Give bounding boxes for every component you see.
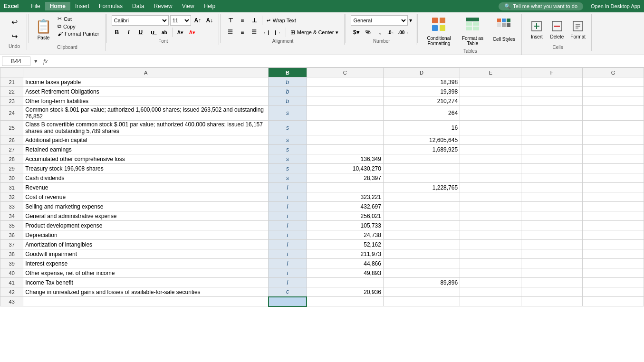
cell-c[interactable]: 10,430,270 <box>307 164 383 173</box>
open-desktop-btn[interactable]: Open in Desktop App <box>591 3 640 9</box>
font-color-button[interactable]: A▾ <box>187 27 197 38</box>
cell-d[interactable]: 16 <box>383 121 460 135</box>
cell-e[interactable] <box>460 287 521 297</box>
cell-e[interactable] <box>460 135 521 145</box>
cell-g[interactable] <box>582 121 644 135</box>
cell-b[interactable]: b <box>269 77 307 87</box>
bold-button[interactable]: B <box>112 27 122 38</box>
increase-font-button[interactable]: A↑ <box>192 15 203 26</box>
cell-a[interactable]: Depreciation <box>23 230 269 240</box>
cell-g[interactable] <box>582 211 644 221</box>
strikethrough-button[interactable]: ab <box>159 27 170 38</box>
cell-g[interactable] <box>582 106 644 121</box>
cell-d[interactable] <box>383 173 460 183</box>
cell-f[interactable] <box>521 183 583 192</box>
cell-a[interactable]: Other expense, net of other income <box>23 268 269 278</box>
cell-a[interactable]: Income taxes payable <box>23 77 269 87</box>
cell-a[interactable]: Product development expense <box>23 221 269 230</box>
cell-e[interactable] <box>460 164 521 173</box>
cell-b[interactable]: s <box>269 154 307 164</box>
cell-b[interactable]: i <box>269 240 307 249</box>
row-header[interactable]: 42 <box>0 287 23 297</box>
align-top-button[interactable]: ⊤ <box>225 15 236 26</box>
col-header-c[interactable]: C <box>307 68 383 77</box>
cell-c[interactable]: 28,397 <box>307 173 383 183</box>
cell-d[interactable]: 89,896 <box>383 278 460 287</box>
cell-g[interactable] <box>582 249 644 259</box>
row-header[interactable]: 25 <box>0 121 23 135</box>
align-left-button[interactable]: ☰ <box>225 27 236 38</box>
col-header-g[interactable]: G <box>582 68 644 77</box>
cell-f[interactable] <box>521 268 583 278</box>
cell-styles-button[interactable]: Cell Styles <box>490 15 518 44</box>
cell-e[interactable] <box>460 87 521 96</box>
cell-f[interactable] <box>521 87 583 96</box>
cell-e[interactable] <box>460 106 521 121</box>
row-header[interactable]: 37 <box>0 240 23 249</box>
cell-c[interactable] <box>307 278 383 287</box>
cell-b[interactable]: b <box>269 87 307 96</box>
cell-c[interactable]: 256,021 <box>307 211 383 221</box>
format-as-table-button[interactable]: Format as Table <box>459 15 486 48</box>
row-header[interactable]: 41 <box>0 278 23 287</box>
cell-f[interactable] <box>521 230 583 240</box>
align-right-button[interactable]: ☰ <box>249 27 260 38</box>
cell-b[interactable]: s <box>269 145 307 154</box>
cell-d[interactable]: 264 <box>383 106 460 121</box>
align-middle-button[interactable]: ≡ <box>237 15 248 26</box>
cell-g[interactable] <box>582 297 644 306</box>
cell-d[interactable] <box>383 202 460 211</box>
cell-g[interactable] <box>582 240 644 249</box>
cell-g[interactable] <box>582 96 644 106</box>
cell-d[interactable]: 18,398 <box>383 77 460 87</box>
row-header[interactable]: 43 <box>0 297 23 306</box>
cell-a[interactable]: Additional paid-in capital <box>23 135 269 145</box>
cell-f[interactable] <box>521 287 583 297</box>
comma-button[interactable]: , <box>375 27 385 38</box>
cell-b[interactable]: b <box>269 96 307 106</box>
cell-d[interactable]: 210,274 <box>383 96 460 106</box>
cell-c[interactable] <box>307 135 383 145</box>
cell-b[interactable]: i <box>269 192 307 202</box>
copy-button[interactable]: ⧉ Copy <box>56 23 101 30</box>
cell-g[interactable] <box>582 268 644 278</box>
row-header[interactable]: 27 <box>0 145 23 154</box>
menu-review[interactable]: Review <box>149 2 177 10</box>
menu-view[interactable]: View <box>177 2 199 10</box>
cell-e[interactable] <box>460 183 521 192</box>
row-header[interactable]: 32 <box>0 192 23 202</box>
cell-b[interactable]: i <box>269 221 307 230</box>
cell-c[interactable] <box>307 96 383 106</box>
cell-f[interactable] <box>521 164 583 173</box>
cell-c[interactable] <box>307 145 383 154</box>
cell-e[interactable] <box>460 192 521 202</box>
cell-b[interactable]: s <box>269 164 307 173</box>
cell-a[interactable]: Interest expense <box>23 259 269 268</box>
menu-data[interactable]: Data <box>127 2 149 10</box>
cell-a[interactable]: Class B convertible common stock $.001 p… <box>23 121 269 135</box>
increase-decimal-button[interactable]: .00→ <box>398 27 409 38</box>
align-center-button[interactable]: ≡ <box>237 27 248 38</box>
cell-e[interactable] <box>460 145 521 154</box>
number-format-select[interactable]: General <box>351 15 408 26</box>
cell-c[interactable]: 49,893 <box>307 268 383 278</box>
cell-a[interactable]: Treasury stock 196,908 shares <box>23 164 269 173</box>
cell-d[interactable] <box>383 154 460 164</box>
align-bottom-button[interactable]: ⊥ <box>249 15 260 26</box>
cell-g[interactable] <box>582 87 644 96</box>
cell-a[interactable]: Cost of revenue <box>23 192 269 202</box>
cell-c[interactable]: 432,697 <box>307 202 383 211</box>
format-painter-button[interactable]: 🖌 Format Painter <box>56 30 101 37</box>
cell-f[interactable] <box>521 77 583 87</box>
cell-a[interactable]: Accumulated other comprehensive loss <box>23 154 269 164</box>
cell-b[interactable]: s <box>269 173 307 183</box>
underline-button[interactable]: U <box>135 27 146 38</box>
delete-button[interactable]: Delete <box>548 15 566 44</box>
cell-e[interactable] <box>460 77 521 87</box>
cell-f[interactable] <box>521 240 583 249</box>
cell-c[interactable]: 323,221 <box>307 192 383 202</box>
cell-f[interactable] <box>521 192 583 202</box>
cell-g[interactable] <box>582 230 644 240</box>
cell-b[interactable]: c <box>269 287 307 297</box>
cell-f[interactable] <box>521 202 583 211</box>
